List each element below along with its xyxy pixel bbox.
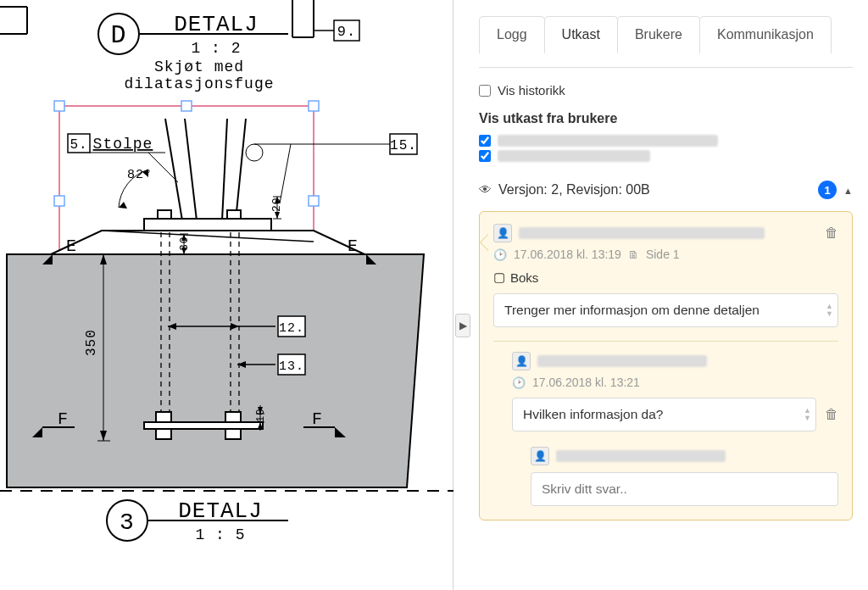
dim-30: 30 bbox=[178, 236, 191, 251]
show-history-label: Vis historikk bbox=[498, 83, 565, 97]
show-history-input[interactable] bbox=[479, 85, 491, 97]
svg-point-24 bbox=[246, 144, 263, 161]
avatar-icon: 👤 bbox=[493, 224, 512, 242]
eye-icon bbox=[479, 182, 492, 198]
delete-reply-button[interactable]: 🗑 bbox=[825, 407, 838, 422]
callout-12: 12. bbox=[279, 321, 304, 336]
user-filter-2-input[interactable] bbox=[479, 150, 491, 162]
svg-line-29 bbox=[185, 119, 197, 220]
count-badge: 1 bbox=[818, 181, 837, 199]
callout-9: 9. bbox=[337, 24, 356, 40]
collapse-icon[interactable] bbox=[843, 182, 853, 198]
version-row[interactable]: Versjon: 2, Revisjon: 00B 1 bbox=[479, 181, 853, 199]
avatar-icon: 👤 bbox=[512, 352, 531, 370]
dim-10: 10 bbox=[255, 409, 267, 422]
comment-author bbox=[519, 227, 765, 239]
box-icon: ▢ bbox=[493, 270, 505, 285]
pane-resize-handle[interactable]: ▶ bbox=[455, 314, 470, 337]
dim-350: 350 bbox=[84, 329, 99, 356]
version-text: Versjon: 2, Revisjon: 00B bbox=[498, 182, 650, 198]
clock-icon: 🕑 bbox=[512, 376, 526, 389]
user-filter-1-input[interactable] bbox=[479, 135, 491, 147]
svg-line-28 bbox=[165, 119, 182, 220]
from-users-heading: Vis utkast fra brukere bbox=[479, 111, 853, 126]
tab-bar: Logg Utkast Brukere Kommunikasjon bbox=[479, 15, 853, 53]
detail-3-letter: 3 bbox=[120, 509, 135, 536]
dim-angle: 82° bbox=[127, 168, 153, 182]
user-filter-2-name bbox=[498, 150, 650, 162]
page-icon: 🗎 bbox=[628, 248, 639, 261]
svg-rect-12 bbox=[181, 101, 192, 111]
svg-rect-52 bbox=[225, 429, 241, 439]
svg-rect-48 bbox=[144, 422, 263, 429]
label-stolpe: Stolpe bbox=[93, 136, 153, 153]
tabs-underline bbox=[479, 67, 853, 68]
boks-label: Boks bbox=[510, 270, 538, 285]
svg-rect-51 bbox=[156, 429, 171, 439]
detail-d-title: DETALJ bbox=[174, 12, 259, 37]
delete-comment-button[interactable]: 🗑 bbox=[825, 225, 838, 241]
detail-d-letter: D bbox=[110, 21, 126, 50]
svg-line-30 bbox=[222, 119, 227, 220]
comment-page: Side 1 bbox=[646, 248, 680, 261]
user-filter-1[interactable] bbox=[479, 135, 853, 147]
show-history-checkbox[interactable]: Vis historikk bbox=[479, 83, 853, 97]
svg-line-31 bbox=[236, 119, 246, 220]
comment-spinner[interactable]: ▲▼ bbox=[826, 303, 833, 318]
svg-rect-11 bbox=[54, 101, 64, 111]
svg-marker-37 bbox=[275, 212, 280, 219]
reply2-author bbox=[556, 450, 726, 462]
chevron-right-icon: ▶ bbox=[459, 320, 467, 331]
svg-rect-14 bbox=[54, 196, 64, 206]
callout-5: 5. bbox=[70, 137, 87, 153]
tab-kommunikasjon[interactable]: Kommunikasjon bbox=[699, 16, 832, 53]
comment-timestamp: 17.06.2018 kl. 13:19 bbox=[514, 248, 621, 261]
svg-rect-43 bbox=[227, 210, 241, 219]
svg-text:F: F bbox=[312, 409, 323, 429]
tab-brukere[interactable]: Brukere bbox=[617, 16, 700, 53]
svg-rect-15 bbox=[309, 196, 319, 206]
reply-input[interactable] bbox=[531, 472, 838, 506]
avatar-icon: 👤 bbox=[531, 447, 549, 465]
detail-d-scale: 1 : 2 bbox=[191, 40, 241, 57]
drawing-viewport[interactable]: D DETALJ 1 : 2 Skjøt med dilatasjonsfuge… bbox=[0, 0, 453, 590]
user-filter-2[interactable] bbox=[479, 150, 853, 162]
svg-rect-50 bbox=[225, 412, 241, 422]
reply-text[interactable]: Hvilken informasjon da? bbox=[512, 398, 816, 431]
callout-13: 13. bbox=[279, 359, 304, 374]
svg-line-25 bbox=[280, 144, 291, 203]
detail-d-sub1: Skjøt med bbox=[154, 58, 244, 75]
svg-marker-38 bbox=[51, 231, 364, 254]
user-filter-1-name bbox=[498, 135, 718, 147]
detail-d-sub2: dilatasjonsfuge bbox=[124, 75, 274, 92]
svg-marker-40 bbox=[7, 254, 424, 487]
callout-15: 15. bbox=[390, 138, 417, 153]
tab-utkast[interactable]: Utkast bbox=[544, 16, 618, 53]
tab-logg[interactable]: Logg bbox=[479, 16, 545, 53]
svg-text:E: E bbox=[66, 237, 77, 256]
svg-marker-26 bbox=[119, 202, 127, 209]
svg-text:E: E bbox=[348, 237, 359, 256]
detail-3-scale: 1 : 5 bbox=[195, 526, 245, 543]
comment-text[interactable]: Trenger mer informasjon om denne detalje… bbox=[493, 293, 838, 327]
svg-rect-42 bbox=[158, 210, 171, 219]
svg-rect-49 bbox=[156, 412, 171, 422]
reply-author bbox=[537, 355, 707, 367]
reply-spinner[interactable]: ▲▼ bbox=[804, 407, 811, 422]
svg-text:F: F bbox=[58, 409, 69, 429]
side-panel: Logg Utkast Brukere Kommunikasjon Vis hi… bbox=[453, 0, 868, 590]
detail-3-title: DETALJ bbox=[178, 498, 263, 524]
comment-thread: 👤 🗑 🕑 17.06.2018 kl. 13:19 🗎 Side 1 ▢ Bo… bbox=[479, 211, 853, 520]
svg-rect-13 bbox=[309, 101, 319, 111]
clock-icon: 🕑 bbox=[493, 248, 507, 261]
reply-timestamp: 17.06.2018 kl. 13:21 bbox=[532, 376, 640, 389]
dim-20: 20 bbox=[270, 197, 283, 212]
